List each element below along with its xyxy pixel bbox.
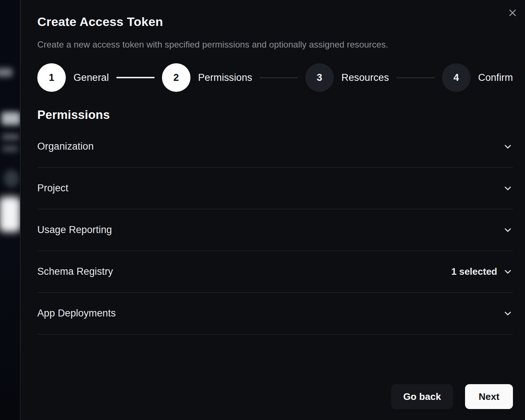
- blurred-sidebar-item: [0, 68, 12, 77]
- selection-count-badge: 1 selected: [451, 266, 497, 277]
- permission-row-schema-registry[interactable]: Schema Registry 1 selected: [37, 251, 513, 293]
- stepper-connector-todo: [260, 77, 298, 78]
- step-resources-number: 3: [305, 63, 334, 92]
- stepper: 1 General 2 Permissions 3 Resources 4 Co…: [37, 63, 513, 92]
- permission-row-usage-reporting[interactable]: Usage Reporting: [37, 209, 513, 251]
- step-confirm[interactable]: 4 Confirm: [442, 63, 513, 92]
- blurred-sidebar-item: [1, 112, 20, 125]
- step-permissions[interactable]: 2 Permissions: [162, 63, 252, 92]
- chevron-down-icon: [503, 308, 513, 319]
- permission-row-label: Usage Reporting: [37, 224, 112, 236]
- chevron-down-icon: [503, 225, 513, 235]
- permission-row-label: Project: [37, 183, 68, 194]
- permissions-section-heading: Permissions: [37, 108, 513, 122]
- step-confirm-label: Confirm: [478, 72, 513, 83]
- chevron-down-icon: [503, 142, 513, 152]
- next-button[interactable]: Next: [465, 384, 513, 409]
- permission-row-organization[interactable]: Organization: [37, 126, 513, 168]
- permission-row-label: App Deployments: [37, 308, 116, 319]
- blurred-sidebar-item: [4, 170, 19, 187]
- step-resources[interactable]: 3 Resources: [305, 63, 389, 92]
- dialog-title: Create Access Token: [37, 15, 513, 29]
- step-permissions-number: 2: [162, 63, 190, 92]
- step-general-number: 1: [37, 63, 66, 92]
- close-button[interactable]: [505, 5, 521, 21]
- step-confirm-number: 4: [442, 63, 471, 92]
- blurred-sidebar-item: [2, 146, 18, 152]
- close-icon: [508, 8, 517, 19]
- permission-row-label: Organization: [37, 141, 94, 152]
- step-general-label: General: [73, 72, 109, 83]
- permission-groups-list: Organization Project Usage Reporting: [37, 126, 513, 334]
- step-resources-label: Resources: [341, 72, 389, 83]
- blurred-sidebar-item: [2, 134, 19, 140]
- dialog-footer: Go back Next: [391, 384, 513, 409]
- chevron-down-icon: [503, 183, 513, 194]
- go-back-button[interactable]: Go back: [391, 384, 453, 409]
- dialog-subtitle: Create a new access token with specified…: [37, 40, 513, 50]
- permission-row-app-deployments[interactable]: App Deployments: [37, 293, 513, 334]
- step-general[interactable]: 1 General: [37, 63, 109, 92]
- permission-row-project[interactable]: Project: [37, 168, 513, 209]
- stepper-connector-todo: [396, 77, 435, 78]
- stepper-connector-done: [116, 77, 155, 78]
- chevron-down-icon: [503, 267, 513, 277]
- blurred-sidebar-button: [0, 197, 20, 232]
- step-permissions-label: Permissions: [198, 72, 252, 83]
- create-access-token-dialog: Create Access Token Create a new access …: [20, 0, 525, 420]
- permission-row-label: Schema Registry: [37, 266, 113, 277]
